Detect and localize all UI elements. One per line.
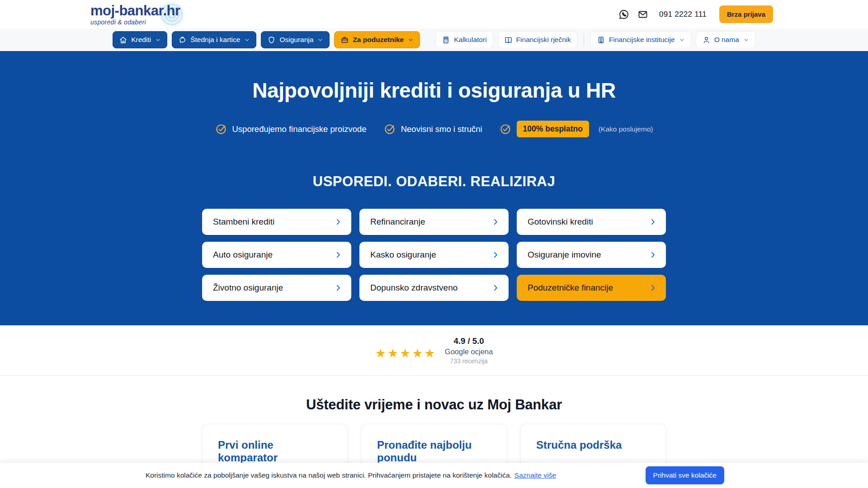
chevron-right-icon — [334, 251, 342, 259]
logo-text: moj-bankar.hr — [90, 4, 180, 18]
nav-item-krediti[interactable]: Krediti — [113, 31, 167, 48]
check-item-usporedujemo: Uspoređujemo financijske proizvode — [215, 123, 367, 135]
cookie-banner: Koristimo kolačiće za poboljšanje vašeg … — [0, 463, 868, 488]
chevron-down-icon — [244, 37, 250, 43]
cookie-learn-more-link[interactable]: Saznajte više — [514, 471, 556, 479]
chevron-down-icon — [679, 37, 685, 43]
category-card-zivotno-osiguranje[interactable]: Životno osiguranje — [202, 275, 351, 301]
circle-check-icon — [500, 123, 512, 135]
briefcase-icon — [340, 36, 349, 44]
star-rating-icons: ★★★★★ — [375, 341, 437, 360]
shield-icon — [267, 36, 276, 44]
category-card-gotovinski-krediti[interactable]: Gotovinski krediti — [517, 209, 666, 235]
calculator-icon — [442, 36, 450, 44]
home-icon — [119, 36, 127, 44]
chevron-right-icon — [334, 284, 342, 292]
nav-item-za-poduzetnike[interactable]: Za poduzetnike — [334, 31, 420, 48]
bank-building-icon — [597, 36, 605, 44]
header: moj-bankar.hr usporedi & odaberi 091 222… — [0, 0, 868, 28]
quick-apply-button[interactable]: Brza prijava — [719, 5, 773, 23]
header-right: 091 2222 111 Brza prijava — [618, 5, 773, 23]
hero-title: Najpovoljniji krediti i osiguranja u HR — [0, 78, 868, 103]
chevron-right-icon — [491, 284, 500, 292]
chevron-right-icon — [491, 251, 500, 259]
nav-divider — [584, 33, 584, 46]
nav-item-financijske-institucije[interactable]: Financijske institucije — [590, 31, 691, 48]
category-card-dopunsko-zdravstveno[interactable]: Dopunsko zdravstveno — [359, 275, 509, 301]
category-card-osiguranje-imovine[interactable]: Osiguranje imovine — [517, 242, 666, 268]
category-card-auto-osiguranje[interactable]: Auto osiguranje — [202, 242, 351, 268]
circle-check-icon — [384, 123, 396, 135]
hero-check-row: Uspoređujemo financijske proizvode Neovi… — [0, 121, 868, 137]
chevron-down-icon — [743, 37, 749, 43]
nav-item-osiguranja[interactable]: Osiguranja — [261, 31, 330, 48]
chevron-down-icon — [317, 37, 323, 43]
nav-item-financijski-rjecnik[interactable]: Financijski rječnik — [498, 31, 577, 48]
category-card-kasko-osiguranje[interactable]: Kasko osiguranje — [359, 242, 509, 268]
category-card-poduzetnicke-financije[interactable]: Poduzetničke financije — [517, 275, 666, 301]
rating-details: 4.9 / 5.0 Google ocjena 733 recenzija — [445, 336, 493, 365]
main-nav: Krediti Štednja i kartice Osiguranja Za … — [0, 28, 868, 51]
accept-cookies-button[interactable]: Prihvati sve kolačiće — [646, 466, 724, 484]
chevron-down-icon — [155, 37, 161, 43]
category-card-stambeni-krediti[interactable]: Stambeni krediti — [202, 209, 351, 235]
chevron-right-icon — [649, 218, 657, 226]
rating-score: 4.9 / 5.0 — [445, 336, 493, 346]
nav-item-o-nama[interactable]: O nama — [696, 31, 755, 48]
how-we-work-link[interactable]: (Kako poslujemo) — [599, 125, 653, 133]
category-card-refinanciranje[interactable]: Refinanciranje — [359, 209, 509, 235]
rating-review-count: 733 recenzija — [445, 357, 493, 365]
phone-number[interactable]: 091 2222 111 — [659, 10, 707, 19]
person-icon — [702, 36, 711, 44]
chevron-right-icon — [334, 218, 342, 226]
nav-item-kalkulatori[interactable]: Kalkulatori — [435, 31, 493, 48]
whatsapp-icon[interactable] — [618, 9, 629, 20]
rating-section: ★★★★★ 4.9 / 5.0 Google ocjena 733 recenz… — [0, 325, 868, 376]
free-badge: 100% besplatno — [517, 121, 589, 137]
check-item-neovisni: Neovisni smo i stručni — [384, 123, 482, 135]
cookie-message: Koristimo kolačiće za poboljšanje vašeg … — [146, 471, 556, 479]
circle-check-icon — [215, 123, 227, 135]
nav-item-stednja-i-kartice[interactable]: Štednja i kartice — [172, 31, 256, 48]
logo[interactable]: moj-bankar.hr usporedi & odaberi — [90, 4, 180, 25]
chevron-right-icon — [491, 218, 500, 226]
benefits-title: Uštedite vrijeme i novac uz Moj Bankar — [0, 397, 868, 413]
logo-tagline: usporedi & odaberi — [90, 19, 180, 25]
piggy-bank-icon — [178, 36, 187, 44]
page: moj-bankar.hr usporedi & odaberi 091 222… — [0, 0, 868, 488]
hero-subtitle: USPOREDI. ODABERI. REALIZIRAJ — [0, 174, 868, 190]
mail-icon[interactable] — [637, 9, 648, 20]
book-icon — [504, 36, 513, 44]
chevron-down-icon — [408, 37, 414, 43]
hero-category-grid: Stambeni krediti Refinanciranje Gotovins… — [202, 209, 666, 301]
rating-source: Google ocjena — [445, 347, 493, 356]
chevron-right-icon — [649, 284, 657, 292]
hero-section: Najpovoljniji krediti i osiguranja u HR … — [0, 51, 868, 325]
chevron-right-icon — [649, 251, 657, 259]
check-item-besplatno: 100% besplatno (Kako poslujemo) — [500, 121, 653, 137]
